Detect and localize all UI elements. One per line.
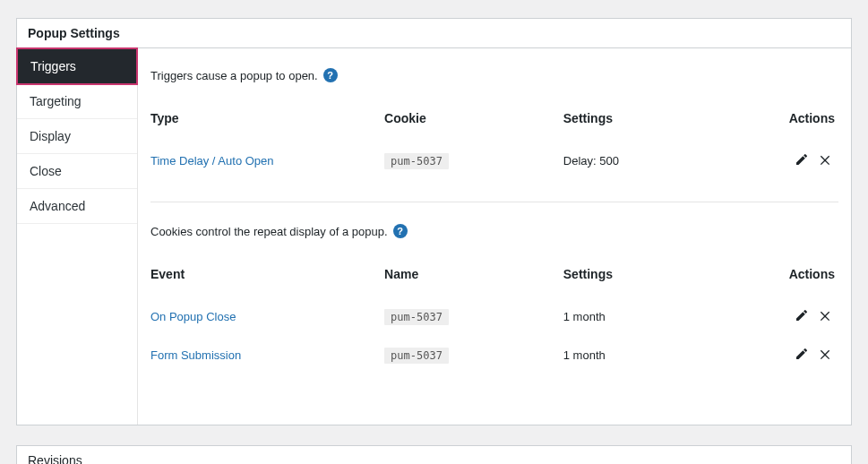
cookie-event-link[interactable]: On Popup Close — [150, 310, 236, 323]
col-name: Name — [384, 260, 563, 297]
cookie-name-code: pum-5037 — [384, 348, 449, 364]
tab-content: Triggers cause a popup to open. ? Type C… — [138, 48, 851, 425]
cookie-name-code: pum-5037 — [384, 309, 449, 325]
cookie-event-link[interactable]: Form Submission — [150, 348, 241, 362]
col-settings: Settings — [563, 104, 756, 142]
delete-icon[interactable] — [815, 347, 835, 361]
tab-triggers[interactable]: Triggers — [16, 47, 138, 85]
cookies-table: Event Name Settings Actions On Popup Clo… — [150, 260, 838, 374]
triggers-table: Type Cookie Settings Actions Time Delay … — [150, 104, 838, 180]
table-row: On Popup Close pum-5037 1 month — [150, 297, 838, 336]
col-actions: Actions — [756, 260, 838, 297]
help-icon[interactable]: ? — [393, 224, 408, 238]
cookies-desc-text: Cookies control the repeat display of a … — [150, 225, 388, 238]
cookies-desc: Cookies control the repeat display of a … — [150, 224, 838, 238]
delete-icon[interactable] — [815, 308, 835, 322]
col-settings: Settings — [563, 260, 756, 297]
col-actions: Actions — [756, 104, 838, 142]
trigger-settings-value: Delay: 500 — [563, 154, 619, 168]
revisions-title: Revisions — [28, 453, 82, 464]
edit-icon[interactable] — [792, 152, 812, 167]
col-type: Type — [150, 104, 384, 142]
edit-icon[interactable] — [792, 347, 812, 361]
tab-display[interactable]: Display — [17, 119, 137, 154]
tab-targeting[interactable]: Targeting — [17, 84, 137, 119]
triggers-desc: Triggers cause a popup to open. ? — [150, 68, 838, 82]
panel-title: Popup Settings — [17, 19, 851, 48]
cookie-settings-value: 1 month — [563, 310, 606, 323]
col-event: Event — [150, 260, 384, 297]
table-row: Form Submission pum-5037 1 month — [150, 336, 838, 374]
cookie-code: pum-5037 — [384, 153, 449, 169]
panel-body: Triggers Targeting Display Close Advance… — [17, 48, 851, 425]
delete-icon[interactable] — [815, 152, 835, 167]
settings-tabs: Triggers Targeting Display Close Advance… — [17, 48, 138, 425]
cookie-settings-value: 1 month — [563, 348, 606, 362]
tab-close[interactable]: Close — [17, 154, 137, 189]
col-cookie: Cookie — [384, 104, 563, 142]
table-row: Time Delay / Auto Open pum-5037 Delay: 5… — [150, 142, 838, 180]
help-icon[interactable]: ? — [323, 68, 338, 82]
edit-icon[interactable] — [792, 308, 812, 322]
revisions-panel: Revisions — [16, 445, 852, 464]
section-divider — [150, 202, 838, 202]
trigger-type-link[interactable]: Time Delay / Auto Open — [150, 154, 274, 168]
triggers-desc-text: Triggers cause a popup to open. — [150, 69, 318, 82]
tab-advanced[interactable]: Advanced — [17, 189, 137, 224]
popup-settings-panel: Popup Settings Triggers Targeting Displa… — [16, 18, 852, 425]
